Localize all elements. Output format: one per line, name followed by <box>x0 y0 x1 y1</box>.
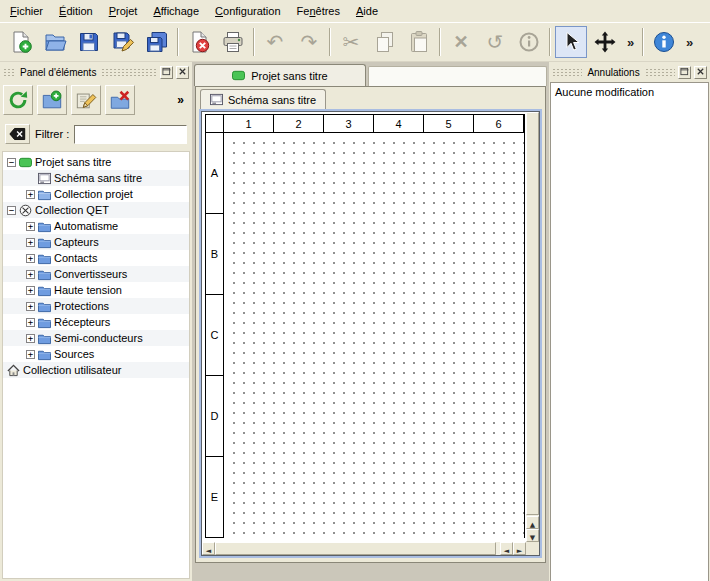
mode-overflow-button[interactable]: » <box>623 26 638 58</box>
undo-button[interactable]: ↶ <box>259 26 291 58</box>
filter-input[interactable] <box>74 125 187 144</box>
tree-item-haute-tension[interactable]: +Haute tension <box>3 282 189 298</box>
close-icon <box>178 66 187 78</box>
menu-aide[interactable]: Aide <box>348 1 386 21</box>
elements-tree: −Projet sans titreSchéma sans titre+Coll… <box>2 151 190 579</box>
project-tabbar: Projet sans titre <box>192 62 549 86</box>
element-info-button[interactable] <box>513 26 545 58</box>
open-project-button[interactable] <box>39 26 71 58</box>
row-header-A: A <box>206 133 223 214</box>
menu-fichier[interactable]: Fichier <box>2 1 51 21</box>
tree-item-collection-qet[interactable]: −Collection QET <box>3 202 189 218</box>
vertical-scrollbar-thumb[interactable] <box>526 112 539 515</box>
new-element-button[interactable] <box>37 85 67 115</box>
expand-icon[interactable]: + <box>26 350 35 359</box>
menu-edition[interactable]: Édition <box>51 1 101 21</box>
tree-item-protections[interactable]: +Protections <box>3 298 189 314</box>
tree-item-contacts[interactable]: +Contacts <box>3 250 189 266</box>
tree-item-recepteurs[interactable]: +Récepteurs <box>3 314 189 330</box>
menu-affichage[interactable]: Affichage <box>145 1 207 21</box>
tree-item-label: Convertisseurs <box>54 268 127 280</box>
scroll-left-button-2[interactable]: ◄ <box>500 542 513 555</box>
close-panel-button[interactable] <box>694 66 707 79</box>
save-button[interactable] <box>73 26 105 58</box>
cut-button[interactable]: ✂ <box>335 26 367 58</box>
tree-item-semi-conducteurs[interactable]: +Semi-conducteurs <box>3 330 189 346</box>
toolbar-separator <box>177 28 179 56</box>
elements-panel: Panel d'éléments » Filtrer : −Projet san… <box>0 62 192 581</box>
home-icon <box>7 364 20 377</box>
dock-grip[interactable] <box>3 68 15 77</box>
float-panel-button[interactable] <box>160 66 173 79</box>
tree-item-convertisseurs[interactable]: +Convertisseurs <box>3 266 189 282</box>
undo-list-item[interactable]: Aucune modification <box>551 83 708 101</box>
delete-button[interactable]: ✕ <box>445 26 477 58</box>
scroll-up-button[interactable]: ▲ <box>526 516 539 529</box>
tree-item-label: Haute tension <box>54 284 122 296</box>
expand-icon[interactable]: + <box>26 222 35 231</box>
elements-toolbar-overflow[interactable]: » <box>172 93 189 107</box>
save-all-button[interactable] <box>141 26 173 58</box>
new-project-button[interactable] <box>5 26 37 58</box>
expand-icon[interactable]: + <box>26 302 35 311</box>
save-as-button[interactable] <box>107 26 139 58</box>
tree-item-projet-sans-titre[interactable]: −Projet sans titre <box>3 154 189 170</box>
project-tab[interactable]: Projet sans titre <box>194 64 366 86</box>
tree-item-label: Récepteurs <box>54 316 110 328</box>
tree-item-schema-sans-titre[interactable]: Schéma sans titre <box>3 170 189 186</box>
reload-collections-button[interactable] <box>3 85 33 115</box>
scroll-left-button[interactable]: ◄ <box>202 542 215 555</box>
toolbar-separator <box>253 28 255 56</box>
expand-icon[interactable]: + <box>26 238 35 247</box>
column-headers: 123456 <box>224 115 524 133</box>
tree-item-sources[interactable]: +Sources <box>3 346 189 362</box>
menu-projet[interactable]: Projet <box>101 1 146 21</box>
edit-element-button[interactable] <box>71 85 101 115</box>
dock-texture <box>645 68 675 77</box>
print-button[interactable] <box>217 26 249 58</box>
close-panel-button[interactable] <box>176 66 189 79</box>
expand-icon[interactable]: + <box>26 254 35 263</box>
schema-view: 123456 ABCDE ▲ ▼ ◄ ◄ ► <box>201 111 540 556</box>
menu-configuration[interactable]: Configuration <box>207 1 288 21</box>
expand-icon[interactable]: + <box>26 318 35 327</box>
copy-button[interactable] <box>369 26 401 58</box>
vertical-scrollbar[interactable]: ▲ ▼ <box>526 112 539 542</box>
tree-item-collection-utilisateur[interactable]: Collection utilisateur <box>3 362 189 378</box>
horizontal-scrollbar-thumb[interactable] <box>215 542 496 555</box>
schema-tab[interactable]: Schéma sans titre <box>200 89 326 109</box>
about-qet-button[interactable] <box>648 26 680 58</box>
clear-filter-button[interactable] <box>5 124 30 144</box>
redo-button[interactable]: ↷ <box>293 26 325 58</box>
horizontal-scrollbar[interactable]: ◄ ◄ ► <box>202 542 526 555</box>
paste-button[interactable] <box>403 26 435 58</box>
tree-item-automatisme[interactable]: +Automatisme <box>3 218 189 234</box>
collapse-icon[interactable]: − <box>7 158 16 167</box>
select-mode-button[interactable] <box>555 26 587 58</box>
collapse-icon[interactable]: − <box>7 206 16 215</box>
expand-icon[interactable]: + <box>26 190 35 199</box>
toolbar-overflow-button[interactable]: » <box>682 26 697 58</box>
pan-mode-button[interactable] <box>589 26 621 58</box>
expand-icon[interactable]: + <box>26 334 35 343</box>
expand-icon[interactable]: + <box>26 270 35 279</box>
tree-item-collection-projet[interactable]: +Collection projet <box>3 186 189 202</box>
tree-item-capteurs[interactable]: +Capteurs <box>3 234 189 250</box>
triangle-down-icon: ▼ <box>530 530 535 542</box>
scroll-down-button[interactable]: ▼ <box>526 529 539 542</box>
menu-fenetres[interactable]: Fenêtres <box>289 1 348 21</box>
triangle-left-icon: ◄ <box>206 543 211 555</box>
delete-element-button[interactable] <box>105 85 135 115</box>
float-panel-button[interactable] <box>678 66 691 79</box>
tree-item-label: Sources <box>54 348 94 360</box>
scroll-right-button[interactable]: ► <box>513 542 526 555</box>
triangle-up-icon: ▲ <box>530 517 535 529</box>
schema-canvas[interactable]: 123456 ABCDE <box>202 112 526 542</box>
rotate-button[interactable]: ↺ <box>479 26 511 58</box>
close-project-button[interactable] <box>183 26 215 58</box>
menu-bar: FichierÉditionProjetAffichageConfigurati… <box>0 0 710 22</box>
qet-collection-icon <box>19 204 32 217</box>
column-header-1: 1 <box>224 115 274 132</box>
undo-panel-header: Annulations <box>552 64 707 80</box>
expand-icon[interactable]: + <box>26 286 35 295</box>
